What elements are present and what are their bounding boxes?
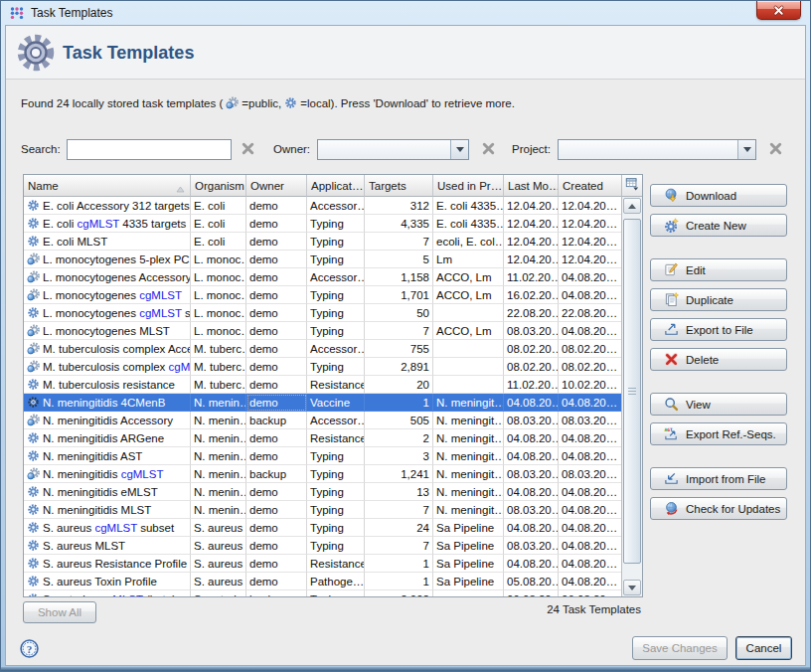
scrollbar-thumb[interactable] [623,219,641,564]
column-picker-button[interactable] [622,175,642,197]
table-row[interactable]: N. meningitidis ASTN. menin…demoTyping3N… [24,447,621,465]
table-row[interactable]: N. meningitidis cgMLSTN. menin…backupTyp… [24,465,621,483]
table-row[interactable]: E. coli MLSTE. colidemoTyping7ecoli, E. … [24,233,621,251]
close-button[interactable] [756,1,801,20]
cell-created: 12.04.20… [559,197,621,215]
local-template-icon [27,431,40,444]
delete-button[interactable]: Delete [650,348,787,371]
table-row[interactable]: L. monocytogenes MLSTL. monoc…demoTyping… [24,322,621,340]
column-header-owner[interactable]: Owner [246,175,307,197]
template-name-link[interactable]: cgMLST [121,468,164,480]
check-for-updates-button[interactable]: Check for Updates [650,497,787,520]
duplicate-button[interactable]: Duplicate [650,288,787,311]
cell-organism-text: N. menin… [194,415,246,426]
cell-last-modified-text: 11.02.20… [507,379,559,391]
table-row[interactable]: L. monocytogenes cgMLSTL. monoc…demoTypi… [24,286,621,304]
public-template-icon [27,342,40,355]
cell-organism: S. aureus [191,537,246,555]
table-row[interactable]: S. aureus Toxin ProfileS. aureusdemoPath… [24,573,621,590]
table-row[interactable]: L. monocytogenes 5-plex PCRL. monoc…demo… [24,251,621,268]
table-row[interactable]: N. meningitidis eMLSTN. menin…demoTyping… [24,483,621,501]
clear-project-button[interactable] [767,141,784,158]
cell-owner-text: demo [249,343,278,355]
template-name: E. coli Accessory 312 targets S [43,200,191,212]
clear-owner-button[interactable] [480,141,497,158]
table-row[interactable]: S. aureus cgMLST subsetS. aureusdemoTypi… [24,519,621,537]
table-row[interactable]: S. enterica cgMLST (beta)S. entericaback… [24,590,621,596]
cell-owner-text: demo [249,450,278,462]
titlebar[interactable]: Task Templates [1,1,810,25]
template-name-link[interactable]: cgMLST [139,307,182,319]
sort-ascending-icon [176,183,185,195]
template-name-link[interactable]: cgMLST [139,289,182,301]
help-icon[interactable]: ? [20,639,39,662]
cancel-button[interactable]: Cancel [735,636,792,660]
cell-name: S. aureus cgMLST subset [24,519,191,537]
edit-button[interactable]: Edit [650,258,787,281]
cell-organism: S. aureus [191,573,246,590]
export-ref-seqs-button[interactable]: AGTExport Ref.-Seqs. [650,422,787,445]
download-button[interactable]: Download [650,184,787,207]
table-row[interactable]: N. meningitidis 4CMenBN. menin…demoVacci… [24,394,621,412]
cell-last-modified: 11.02.20… [504,268,559,286]
table-row[interactable]: L. monocytogenes AccessoryL. monoc…demoA… [24,268,621,286]
cell-created: 12.04.20… [559,233,621,251]
column-header-name[interactable]: Name [24,175,191,197]
template-name-link[interactable]: cgMLST [100,593,143,597]
table-row[interactable]: E. coli cgMLST 4335 targets SaE. colidem… [24,215,621,233]
button-label: Duplicate [686,294,733,306]
cell-organism: N. menin… [191,447,246,465]
table-row[interactable]: S. aureus Resistance ProfileS. aureusdem… [24,555,621,573]
column-header-last-mo[interactable]: Last Mo… [504,175,559,197]
import-from-file-button[interactable]: Import from File [650,467,787,490]
template-name-link[interactable]: cgMLS [169,361,191,373]
cell-application-text: Typing [310,361,344,373]
cell-created: 22.08.20… [559,304,621,322]
template-name-link[interactable]: cgMLST [78,218,120,230]
table-row[interactable]: M. tuberculosis complex AccesM. tuberc…d… [24,340,621,358]
cell-application-text: Typing [310,522,344,534]
table-row[interactable]: S. aureus MLSTS. aureusdemoTyping7Sa Pip… [24,537,621,555]
column-header-created[interactable]: Created [559,175,621,197]
template-name-link[interactable]: cgMLST [94,522,137,534]
column-header-targets[interactable]: Targets [365,175,433,197]
cell-created-text: 04.08.20… [562,325,617,337]
column-header-organism[interactable]: Organism [191,175,246,197]
table-row[interactable]: N. meningitidis MLSTN. menin…demoTyping7… [24,501,621,519]
scroll-down-button[interactable] [623,580,641,595]
button-label: Create New [686,220,746,232]
table-row[interactable]: L. monocytogenes cgMLST subL. monoc…demo… [24,304,621,322]
cell-created-text: 12.04.20… [562,253,617,265]
owner-select[interactable] [317,139,469,160]
cell-last-modified-text: 04.08.20… [507,432,559,444]
cell-application-text: Typing [310,218,344,230]
cell-created-text: 04.08.20… [562,576,617,588]
column-header-applicat[interactable]: Applicat… [307,175,365,197]
cell-name: M. tuberculosis complex cgMLS [24,358,191,376]
cell-last-modified: 12.04.20… [504,251,559,268]
project-select[interactable] [558,139,756,160]
cell-name: N. meningitidis eMLST [24,483,191,501]
table-row[interactable]: E. coli Accessory 312 targets SE. colide… [24,197,621,215]
export-to-file-button[interactable]: Export to File [650,318,787,341]
table-row[interactable]: M. tuberculosis resistanceM. tuberc…demo… [24,376,621,394]
table-row[interactable]: M. tuberculosis complex cgMLSM. tuberc…d… [24,358,621,376]
show-all-button[interactable]: Show All [23,601,96,623]
view-button[interactable]: View [650,393,787,416]
clear-search-button[interactable] [240,141,256,158]
cell-last-modified: 08.02.20… [504,358,559,376]
table-row[interactable]: N. meningitidis ARGeneN. menin…demoResis… [24,429,621,447]
create-new-button[interactable]: Create New [650,214,787,237]
cell-application-text: Accessor… [310,271,365,283]
table-row[interactable]: N. meningitidis AccessoryN. menin…backup… [24,412,621,429]
cell-last-modified-text: 04.08.20… [507,397,559,409]
cell-organism: N. menin… [191,394,246,412]
cell-owner-text: demo [249,486,278,498]
save-changes-button[interactable]: Save Changes [632,636,728,660]
cell-targets: 2,891 [365,358,433,376]
column-header-used-in-pr[interactable]: Used in Pr… [433,175,504,197]
scroll-up-button[interactable] [623,198,641,214]
search-input[interactable] [67,139,232,160]
cell-last-modified-text: 12.04.20… [507,200,559,212]
vertical-scrollbar[interactable] [621,175,642,596]
